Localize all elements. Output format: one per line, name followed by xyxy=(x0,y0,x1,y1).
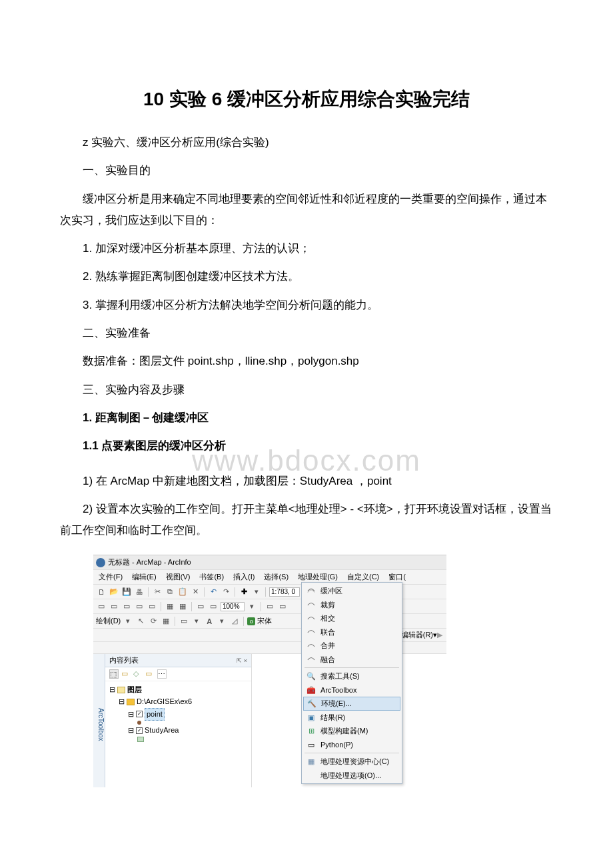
tree-folder[interactable]: ⊟ D:\ArcGISEx\ex6 xyxy=(109,696,250,708)
results-icon: ▣ xyxy=(306,713,316,722)
tool-icon[interactable]: ▭ xyxy=(277,601,288,612)
menu-insert[interactable]: 插入(I) xyxy=(233,572,255,582)
menu-item-clip[interactable]: 裁剪 xyxy=(302,598,402,612)
dropdown-icon[interactable]: ▾ xyxy=(251,587,262,597)
paragraph: 二、实验准备 xyxy=(60,323,553,344)
collapse-icon[interactable]: ⊟ xyxy=(128,709,134,721)
cut-icon[interactable]: ✂ xyxy=(152,587,163,597)
paragraph: 2. 熟练掌握距离制图创建缓冲区技术方法。 xyxy=(60,266,553,287)
toc-controls[interactable]: ⇱ × xyxy=(237,657,247,664)
menu-select[interactable]: 选择(S) xyxy=(264,572,289,582)
toc-panel: 内容列表 ⇱ × ⬚ ▭ ◇ ▭ ⋯ ⊟ 图层 ⊟ D:\ArcGIS xyxy=(105,654,252,787)
add-data-icon[interactable]: ✚ xyxy=(239,587,249,597)
window-title: 无标题 - ArcMap - ArcInfo xyxy=(108,557,191,567)
menu-item-label: 地理处理选项(O)... xyxy=(320,770,381,781)
tool-icon[interactable]: ◿ xyxy=(229,616,240,627)
paragraph: 数据准备：图层文件 point.shp，lline.shp，polygon.sh… xyxy=(60,351,553,372)
scale-field[interactable]: 1:783, 0 xyxy=(269,587,300,597)
options-icon[interactable]: ⋯ xyxy=(157,669,167,679)
menu-item-buffer[interactable]: 缓冲区 xyxy=(302,584,402,598)
zoom-field[interactable]: 100% xyxy=(221,602,245,611)
menu-window[interactable]: 窗口( xyxy=(388,572,406,582)
dropdown-icon[interactable]: ▾ xyxy=(247,601,257,612)
menu-item-resource-center[interactable]: ▦ 地理处理资源中心(C) xyxy=(302,755,402,769)
redo-icon[interactable]: ↷ xyxy=(221,587,231,597)
dropdown-icon[interactable]: ▾ xyxy=(217,616,227,627)
tool-icon[interactable]: ▭ xyxy=(109,601,119,612)
pointer-icon[interactable]: ↖ xyxy=(135,616,146,627)
window-titlebar: 无标题 - ArcMap - ArcInfo xyxy=(93,555,446,569)
merge-icon xyxy=(306,641,316,651)
layer-label-selected[interactable]: point xyxy=(145,708,165,721)
menu-customize[interactable]: 自定义(C) xyxy=(347,572,379,582)
open-icon[interactable]: 📂 xyxy=(109,587,119,597)
dropdown-icon[interactable]: ▾ xyxy=(191,616,202,627)
menu-item-label: 联合 xyxy=(320,627,335,638)
tree-layer-point[interactable]: ⊟ ✓ point xyxy=(109,708,250,721)
print-icon[interactable]: 🖶 xyxy=(134,587,145,597)
list-by-visibility-icon[interactable]: ◇ xyxy=(133,669,143,679)
toolbox-icon: 🧰 xyxy=(306,685,316,695)
delete-icon[interactable]: ✕ xyxy=(190,587,201,597)
tool-icon[interactable]: ▭ xyxy=(265,601,275,612)
tree-layer-studyarea[interactable]: ⊟ ✓ StudyArea xyxy=(109,725,250,737)
menu-item-arctoolbox[interactable]: 🧰 ArcToolbox xyxy=(302,683,402,697)
list-by-source-icon[interactable]: ▭ xyxy=(121,669,131,679)
modelbuilder-icon: ⊞ xyxy=(306,727,316,736)
save-icon[interactable]: 💾 xyxy=(121,587,132,597)
collapse-icon[interactable]: ⊟ xyxy=(109,684,115,696)
draw-label[interactable]: 绘制(D) xyxy=(96,616,121,626)
menu-item-intersect[interactable]: 相交 xyxy=(302,611,402,625)
collapse-icon[interactable]: ⊟ xyxy=(128,725,134,737)
menu-item-label: 地理处理资源中心(C) xyxy=(320,756,389,767)
rotate-icon[interactable]: ⟳ xyxy=(148,616,159,627)
menu-view[interactable]: 视图(V) xyxy=(166,572,191,582)
toc-tree: ⊟ 图层 ⊟ D:\ArcGISEx\ex6 ⊟ ✓ point xyxy=(105,681,251,744)
paragraph: 1. 加深对缓冲区分析基本原理、方法的认识； xyxy=(60,238,553,259)
new-doc-icon[interactable]: 🗋 xyxy=(96,587,107,597)
tree-root[interactable]: ⊟ 图层 xyxy=(109,684,250,696)
editor-menu[interactable]: 编辑器(R) xyxy=(401,630,433,640)
menu-item-merge[interactable]: 合并 xyxy=(302,639,402,653)
tool-icon[interactable]: ▦ xyxy=(161,616,171,627)
font-name[interactable]: 宋体 xyxy=(257,616,272,626)
collapse-icon[interactable]: ⊟ xyxy=(119,696,125,708)
menu-item-results[interactable]: ▣ 结果(R) xyxy=(302,711,402,725)
list-by-drawing-icon[interactable]: ⬚ xyxy=(109,669,119,679)
menu-item-environments[interactable]: 🔨 环境(E)... xyxy=(303,697,400,711)
menu-item-label: 相交 xyxy=(320,613,335,624)
menu-item-label: Python(P) xyxy=(320,739,353,751)
menu-item-dissolve[interactable]: 融合 xyxy=(302,653,402,667)
tool-icon[interactable]: ▶ xyxy=(437,631,442,639)
copy-icon[interactable]: ⧉ xyxy=(165,587,175,597)
paste-icon[interactable]: 📋 xyxy=(177,587,188,597)
menu-item-search-tools[interactable]: 🔍 搜索工具(S) xyxy=(302,669,402,683)
menu-item-modelbuilder[interactable]: ⊞ 模型构建器(M) xyxy=(302,724,402,738)
tool-icon[interactable]: ▭ xyxy=(208,601,219,612)
layer-checkbox[interactable]: ✓ xyxy=(136,727,143,734)
tool-icon[interactable]: ▭ xyxy=(96,601,107,612)
blank-icon xyxy=(306,771,316,780)
arctoolbox-tab[interactable]: ArcToolbox xyxy=(93,654,105,787)
menu-file[interactable]: 文件(F) xyxy=(99,572,123,582)
undo-icon[interactable]: ↶ xyxy=(208,587,219,597)
menu-bookmarks[interactable]: 书签(B) xyxy=(199,572,224,582)
tool-icon[interactable]: ▭ xyxy=(195,601,206,612)
tool-icon[interactable]: ▭ xyxy=(147,601,157,612)
list-by-selection-icon[interactable]: ▭ xyxy=(145,669,155,679)
menu-geoprocessing[interactable]: 地理处理(G) xyxy=(298,572,338,582)
rect-icon[interactable]: ▭ xyxy=(179,616,189,627)
font-icon[interactable]: o xyxy=(247,617,255,625)
tool-icon[interactable]: ▦ xyxy=(177,601,188,612)
tool-icon[interactable]: ▭ xyxy=(121,601,132,612)
text-icon[interactable]: A xyxy=(204,616,215,627)
tool-icon[interactable]: ▦ xyxy=(165,601,175,612)
tool-icon[interactable]: ▭ xyxy=(134,601,145,612)
menu-item-union[interactable]: 联合 xyxy=(302,625,402,639)
menu-item-python[interactable]: ▭ Python(P) xyxy=(302,738,402,752)
layer-checkbox[interactable]: ✓ xyxy=(136,711,143,717)
menu-edit[interactable]: 编辑(E) xyxy=(132,572,157,582)
dropdown-icon[interactable]: ▾ xyxy=(123,616,133,627)
menu-item-label: 环境(E)... xyxy=(321,698,352,709)
menu-item-gp-options[interactable]: 地理处理选项(O)... xyxy=(302,769,402,783)
